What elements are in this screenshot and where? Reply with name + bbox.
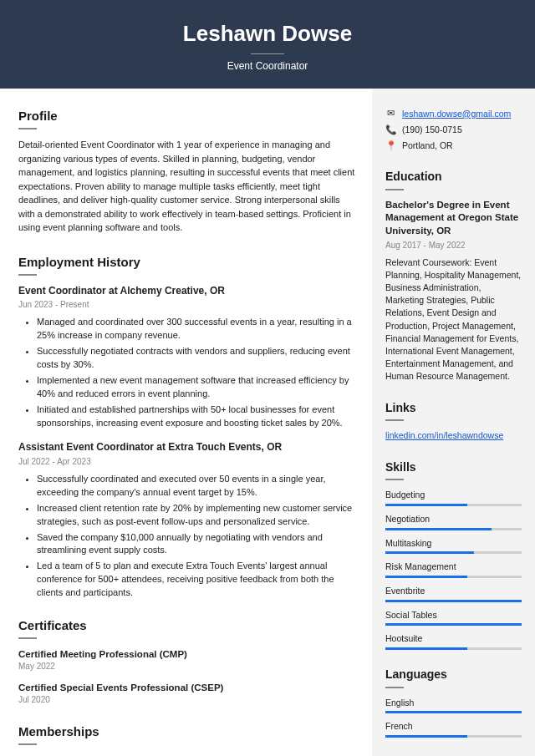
- bullet: Managed and coordinated over 300 success…: [37, 316, 357, 342]
- sidebar-column: ✉ leshawn.dowse@gmail.com 📞 (190) 150-07…: [372, 89, 535, 756]
- skill-name: Budgeting: [385, 489, 522, 501]
- section-underline: [18, 128, 37, 129]
- skill-item: Eventbrite: [385, 585, 522, 602]
- content-columns: Profile Detail-oriented Event Coordinato…: [0, 89, 535, 756]
- bullet: Successfully negotiated contracts with v…: [37, 345, 357, 372]
- bullet: Led a team of 5 to plan and execute Extr…: [37, 560, 357, 600]
- main-column: Profile Detail-oriented Event Coordinato…: [0, 89, 372, 756]
- education-heading: Education: [385, 169, 522, 185]
- skill-bar: [385, 735, 522, 738]
- certificate-title: Certified Special Events Professional (C…: [18, 681, 357, 694]
- bullet: Successfully coordinated and executed ov…: [37, 473, 357, 500]
- skill-name: Hootsuite: [385, 632, 522, 645]
- certificates-section: Certificates Certified Meeting Professio…: [18, 616, 357, 706]
- bullet: Initiated and established partnerships w…: [37, 403, 357, 430]
- skill-item: Social Tables: [385, 609, 522, 627]
- degree-title: Bachelor's Degree in Event Management at…: [385, 199, 522, 238]
- location-text: Portland, OR: [402, 140, 453, 152]
- skills-list: BudgetingNegotiationMultitaskingRisk Man…: [385, 489, 522, 650]
- skill-item: English: [385, 697, 522, 714]
- certificate-title: Certified Meeting Professional (CMP): [18, 647, 357, 661]
- languages-heading: Languages: [385, 667, 522, 683]
- profile-section: Profile Detail-oriented Event Coordinato…: [18, 107, 357, 235]
- skill-name: English: [385, 697, 522, 709]
- certificate-date: Jul 2020: [18, 694, 357, 706]
- contact-email-row: ✉ leshawn.dowse@gmail.com: [385, 107, 522, 119]
- skill-bar: [385, 711, 522, 713]
- section-underline: [385, 479, 404, 480]
- job-title-text: Assistant Event Coordinator at Extra Tou…: [18, 440, 357, 454]
- job-title: Event Coordinator: [0, 59, 535, 74]
- skill-fill: [385, 600, 522, 602]
- education-text: Relevant Coursework: Event Planning, Hos…: [385, 256, 522, 383]
- job-title-text: Event Coordinator at Alchemy Creative, O…: [18, 284, 357, 298]
- skill-item: French: [385, 720, 522, 738]
- skill-fill: [385, 528, 492, 530]
- section-underline: [385, 419, 404, 421]
- contact-section: ✉ leshawn.dowse@gmail.com 📞 (190) 150-07…: [385, 107, 522, 152]
- skill-fill: [385, 647, 467, 650]
- section-underline: [18, 637, 37, 639]
- skill-name: Eventbrite: [385, 585, 522, 597]
- skill-item: Budgeting: [385, 489, 522, 506]
- education-section: Education Bachelor's Degree in Event Man…: [385, 169, 522, 383]
- skill-bar: [385, 528, 522, 530]
- skill-bar: [385, 600, 522, 602]
- skill-name: Multitasking: [385, 537, 522, 550]
- skill-name: Negotiation: [385, 513, 522, 525]
- resume-header: Leshawn Dowse Event Coordinator: [0, 0, 535, 89]
- job-entry: Event Coordinator at Alchemy Creative, O…: [18, 284, 357, 430]
- section-underline: [385, 687, 404, 688]
- certificate-date: May 2022: [18, 661, 357, 672]
- skill-bar: [385, 647, 522, 650]
- email-link[interactable]: leshawn.dowse@gmail.com: [402, 108, 511, 120]
- section-underline: [18, 274, 37, 276]
- skills-section: Skills BudgetingNegotiationMultitaskingR…: [385, 459, 522, 650]
- memberships-section: Memberships Professional Convention Mana…: [18, 723, 357, 756]
- phone-icon: 📞: [385, 124, 395, 136]
- skill-bar: [385, 551, 522, 554]
- contact-phone-row: 📞 (190) 150-0715: [385, 124, 522, 136]
- skill-bar: [385, 576, 522, 578]
- bullet: Implemented a new event management softw…: [37, 374, 357, 401]
- certificate-entry: Certified Meeting Professional (CMP) May…: [18, 647, 357, 672]
- bullet: Increased client retention rate by 20% b…: [37, 502, 357, 529]
- skill-bar: [385, 504, 522, 506]
- employment-section: Employment History Event Coordinator at …: [18, 253, 357, 601]
- skill-item: Risk Management: [385, 561, 522, 578]
- skill-item: Multitasking: [385, 537, 522, 555]
- section-underline: [385, 189, 404, 190]
- certificate-entry: Certified Special Events Professional (C…: [18, 681, 357, 706]
- phone-text: (190) 150-0715: [402, 124, 462, 136]
- pin-icon: 📍: [385, 140, 395, 152]
- person-name: Leshawn Dowse: [0, 18, 535, 48]
- profile-heading: Profile: [18, 107, 357, 124]
- bullet: Saved the company $10,000 annually by ne…: [37, 531, 357, 558]
- certificates-heading: Certificates: [18, 616, 357, 634]
- languages-section: Languages EnglishFrench: [385, 667, 522, 738]
- skill-fill: [385, 504, 467, 506]
- job-date: Jul 2022 - Apr 2023: [18, 456, 357, 468]
- skill-name: French: [385, 720, 522, 733]
- linkedin-link[interactable]: linkedin.com/in/leshawndowse: [385, 430, 503, 440]
- envelope-icon: ✉: [385, 107, 395, 119]
- profile-text: Detail-oriented Event Coordinator with 1…: [18, 138, 357, 235]
- skill-fill: [385, 576, 467, 578]
- header-divider: [251, 53, 284, 54]
- skill-fill: [385, 551, 474, 554]
- contact-location-row: 📍 Portland, OR: [385, 140, 522, 152]
- section-underline: [18, 743, 37, 745]
- job-date: Jun 2023 - Present: [18, 299, 357, 311]
- education-date: Aug 2017 - May 2022: [385, 240, 522, 251]
- links-section: Links linkedin.com/in/leshawndowse: [385, 400, 522, 443]
- skills-heading: Skills: [385, 459, 522, 476]
- job-bullets: Successfully coordinated and executed ov…: [18, 473, 357, 600]
- skill-item: Negotiation: [385, 513, 522, 530]
- skill-fill: [385, 735, 467, 738]
- skill-name: Risk Management: [385, 561, 522, 573]
- skill-fill: [385, 711, 522, 713]
- skill-bar: [385, 623, 522, 626]
- links-heading: Links: [385, 400, 522, 417]
- skill-item: Hootsuite: [385, 632, 522, 650]
- skill-name: Social Tables: [385, 609, 522, 622]
